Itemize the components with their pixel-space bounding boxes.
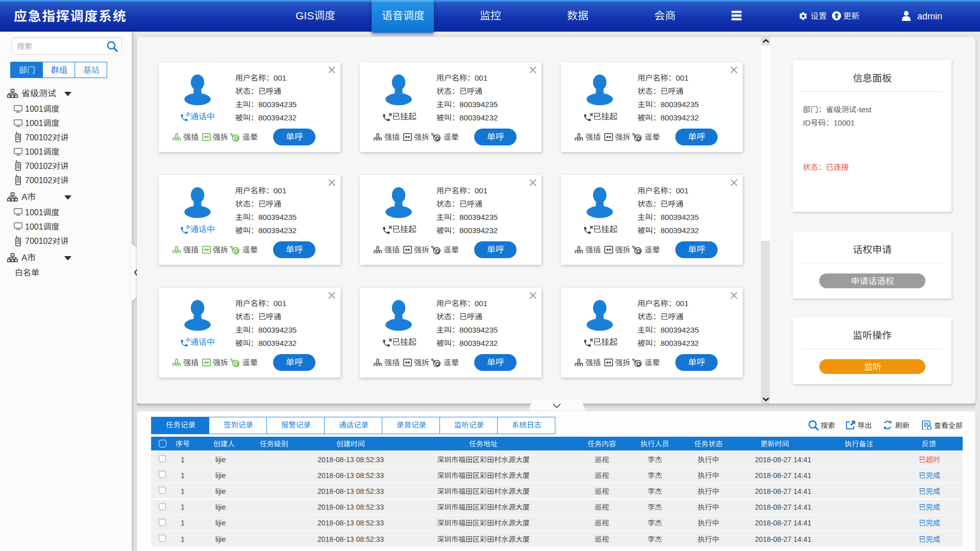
svg-text:800394232: 800394232 bbox=[459, 113, 498, 122]
svg-text:700102: 700102 bbox=[25, 162, 52, 170]
svg-text:lijie: lijie bbox=[215, 519, 226, 527]
svg-text:001: 001 bbox=[274, 186, 286, 195]
svg-text:001: 001 bbox=[676, 186, 689, 195]
svg-text:001: 001 bbox=[475, 299, 487, 308]
svg-text:800394235: 800394235 bbox=[258, 213, 297, 221]
svg-text:1001: 1001 bbox=[25, 119, 43, 128]
svg-text:001: 001 bbox=[676, 73, 689, 82]
svg-text:2018-08-13 08:52:33: 2018-08-13 08:52:33 bbox=[317, 535, 384, 543]
svg-text:2018-08-27 14:41: 2018-08-27 14:41 bbox=[755, 487, 812, 495]
svg-text:2018-08-27 14:41: 2018-08-27 14:41 bbox=[755, 519, 812, 527]
svg-text:ID: ID bbox=[803, 118, 811, 127]
svg-text:700102: 700102 bbox=[25, 237, 52, 245]
svg-text:800394232: 800394232 bbox=[258, 226, 297, 235]
svg-text:001: 001 bbox=[274, 73, 286, 82]
svg-text:800394235: 800394235 bbox=[258, 325, 297, 334]
svg-text:GIS: GIS bbox=[296, 10, 314, 21]
svg-text:1: 1 bbox=[181, 487, 185, 495]
svg-text:800394235: 800394235 bbox=[459, 213, 498, 221]
svg-text:1001: 1001 bbox=[25, 105, 43, 113]
svg-text:800394235: 800394235 bbox=[660, 100, 699, 109]
svg-text:800394232: 800394232 bbox=[459, 339, 498, 347]
svg-text:admin: admin bbox=[917, 11, 942, 21]
svg-text:1: 1 bbox=[181, 456, 185, 464]
svg-text:800394235: 800394235 bbox=[459, 325, 498, 334]
svg-text:1: 1 bbox=[181, 503, 185, 511]
svg-text:2018-08-13 08:52:33: 2018-08-13 08:52:33 bbox=[317, 456, 384, 464]
svg-text:001: 001 bbox=[676, 299, 689, 308]
svg-text:2018-08-13 08:52:33: 2018-08-13 08:52:33 bbox=[317, 471, 384, 480]
svg-text:2018-08-13 08:52:33: 2018-08-13 08:52:33 bbox=[317, 503, 384, 511]
svg-text:2018-08-27 14:41: 2018-08-27 14:41 bbox=[755, 456, 812, 464]
svg-text:1001: 1001 bbox=[25, 147, 43, 156]
svg-text:800394232: 800394232 bbox=[459, 226, 498, 235]
svg-text:001: 001 bbox=[475, 73, 487, 82]
svg-text:700102: 700102 bbox=[25, 133, 52, 142]
svg-text:800394232: 800394232 bbox=[258, 113, 297, 122]
svg-text:lijie: lijie bbox=[215, 487, 226, 495]
svg-text:10001: 10001 bbox=[834, 118, 855, 127]
svg-text:A: A bbox=[21, 192, 28, 202]
svg-text:800394235: 800394235 bbox=[660, 213, 699, 221]
svg-text:800394232: 800394232 bbox=[660, 226, 699, 235]
svg-text:A: A bbox=[21, 253, 28, 263]
svg-text:2018-08-27 14:41: 2018-08-27 14:41 bbox=[755, 471, 812, 480]
svg-text:001: 001 bbox=[475, 186, 487, 195]
svg-text:2018-08-13 08:52:33: 2018-08-13 08:52:33 bbox=[317, 487, 384, 495]
svg-text:2018-08-13 08:52:33: 2018-08-13 08:52:33 bbox=[317, 519, 384, 527]
svg-text:lijie: lijie bbox=[215, 503, 226, 511]
svg-text:1: 1 bbox=[181, 471, 185, 480]
svg-text:800394235: 800394235 bbox=[258, 100, 297, 109]
svg-text:2018-08-27 14:41: 2018-08-27 14:41 bbox=[755, 535, 812, 543]
svg-text:700102: 700102 bbox=[25, 176, 52, 185]
svg-text:800394232: 800394232 bbox=[660, 113, 699, 122]
svg-text:1: 1 bbox=[181, 519, 185, 527]
svg-text:800394232: 800394232 bbox=[258, 339, 297, 347]
svg-text:lijie: lijie bbox=[215, 535, 226, 543]
svg-text:1001: 1001 bbox=[25, 208, 43, 217]
svg-text:lijie: lijie bbox=[215, 471, 226, 480]
svg-text:2018-08-27 14:41: 2018-08-27 14:41 bbox=[755, 503, 812, 511]
svg-text:1001: 1001 bbox=[25, 222, 43, 231]
svg-text:1: 1 bbox=[181, 535, 185, 543]
svg-text:-test: -test bbox=[856, 105, 872, 114]
svg-text:800394235: 800394235 bbox=[660, 325, 699, 334]
svg-text:001: 001 bbox=[274, 299, 286, 308]
svg-text:800394235: 800394235 bbox=[459, 100, 498, 109]
svg-text:800394232: 800394232 bbox=[660, 339, 699, 347]
svg-text:lijie: lijie bbox=[215, 456, 226, 464]
